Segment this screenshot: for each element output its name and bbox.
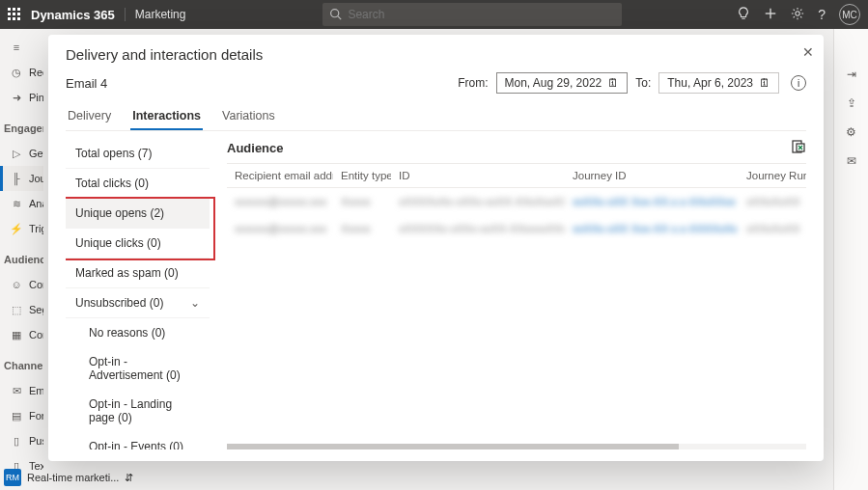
nav-contacts[interactable]: ☺Con <box>0 272 43 297</box>
avatar[interactable]: MC <box>839 4 860 25</box>
col-id[interactable]: ID <box>391 164 565 188</box>
nav-hamburger[interactable]: ≡ <box>0 35 43 60</box>
metric-marked-spam[interactable]: Marked as spam (0) <box>66 259 210 288</box>
gear-icon[interactable] <box>791 7 804 23</box>
area-switcher[interactable]: RM Real-time marketi... ⇵ <box>4 469 133 486</box>
calendar-icon: 🗓 <box>607 76 619 90</box>
audience-title: Audience <box>227 141 284 155</box>
from-date-value: Mon, Aug 29, 2022 <box>505 76 602 90</box>
search-input[interactable] <box>322 3 622 26</box>
area-badge: RM <box>4 469 21 486</box>
top-bar: Dynamics 365 Marketing ? MC <box>0 0 868 29</box>
col-journey-run[interactable]: Journey Run <box>739 164 806 188</box>
metric-optin-events[interactable]: Opt-in - Events (0) <box>66 432 210 449</box>
app-launcher-icon[interactable] <box>8 8 21 21</box>
audience-panel: Audience Recipient email address Entity … <box>215 139 806 449</box>
nav-journeys[interactable]: ╟Jou <box>0 166 43 191</box>
nav-consent[interactable]: ▦Con <box>0 322 43 347</box>
nav-push[interactable]: ▯Pus <box>0 428 43 453</box>
nav-recent[interactable]: ◷Rec <box>0 60 43 85</box>
rail-export-icon[interactable]: ⇪ <box>847 96 856 110</box>
search-box[interactable] <box>322 3 622 26</box>
calendar-icon: 🗓 <box>759 76 770 90</box>
help-icon[interactable]: ? <box>818 7 826 22</box>
tab-interactions[interactable]: Interactions <box>130 103 203 130</box>
nav-pinned[interactable]: ➜Pin <box>0 85 43 110</box>
metric-unique-opens[interactable]: Unique opens (2) <box>66 199 210 229</box>
nav-get-started[interactable]: ▷Get <box>0 141 43 166</box>
info-icon[interactable]: i <box>791 75 806 91</box>
tab-variations[interactable]: Variations <box>220 103 277 130</box>
col-entity-type[interactable]: Entity type <box>333 164 391 188</box>
rail-mail-icon[interactable]: ✉ <box>847 154 856 168</box>
svg-line-1 <box>338 16 341 19</box>
horizontal-scrollbar[interactable] <box>227 444 806 449</box>
details-modal: ✕ Delivery and interaction details Email… <box>48 35 824 461</box>
col-recipient[interactable]: Recipient email address <box>227 164 333 188</box>
nav-header-channels: Channel <box>0 353 43 378</box>
nav-header-engagement: Engagem <box>0 116 43 141</box>
svg-point-0 <box>331 10 339 17</box>
nav-forms[interactable]: ▤For <box>0 403 43 428</box>
svg-point-5 <box>796 11 799 14</box>
email-name: Email 4 <box>66 76 107 91</box>
modal-title: Delivery and interaction details <box>66 46 806 63</box>
close-button[interactable]: ✕ <box>802 44 814 60</box>
to-date-picker[interactable]: Thu, Apr 6, 2023 🗓 <box>658 72 779 94</box>
brand-text: Dynamics 365 <box>31 8 115 22</box>
nav-analytics[interactable]: ≋Ana <box>0 191 43 216</box>
table-row[interactable]: xxxxxx@xxxxx.xxx Xxxxx xXXXXXx-xXXx-xxXX… <box>227 215 806 242</box>
export-excel-icon[interactable] <box>791 139 806 157</box>
metric-unique-clicks[interactable]: Unique clicks (0) <box>66 229 210 259</box>
metric-total-clicks[interactable]: Total clicks (0) <box>66 169 210 199</box>
metric-unsubscribed[interactable]: Unsubscribed (0)⌄ <box>66 288 210 318</box>
metric-optin-landing[interactable]: Opt-in - Landing page (0) <box>66 390 210 432</box>
col-journey-id[interactable]: Journey ID <box>565 164 739 188</box>
nav-emails[interactable]: ✉Em <box>0 378 43 403</box>
modal-tabs: Delivery Interactions Variations <box>66 103 806 131</box>
chevron-down-icon: ⌄ <box>190 296 200 310</box>
left-nav: ≡ ◷Rec ➜Pin Engagem ▷Get ╟Jou ≋Ana ⚡Trig… <box>0 29 43 490</box>
to-date-value: Thu, Apr 6, 2023 <box>667 76 753 90</box>
from-date-picker[interactable]: Mon, Aug 29, 2022 🗓 <box>496 72 629 94</box>
to-label: To: <box>635 76 651 90</box>
nav-header-audience: Audienc <box>0 247 43 272</box>
nav-triggers[interactable]: ⚡Trig <box>0 216 43 241</box>
area-label: Real-time marketi... <box>27 472 119 483</box>
rail-expand-icon[interactable]: ⇥ <box>847 68 856 81</box>
metric-total-opens[interactable]: Total opens (7) <box>66 139 210 169</box>
nav-segments[interactable]: ⬚Seg <box>0 297 43 322</box>
table-row[interactable]: xxxxxx@xxxxx.xxx Xxxxx xXXXXxXx-xXXx-xxX… <box>227 188 806 216</box>
brand: Dynamics 365 Marketing <box>8 8 185 22</box>
metrics-list: Total opens (7) Total clicks (0) Unique … <box>66 139 215 449</box>
plus-icon[interactable] <box>764 7 777 23</box>
from-label: From: <box>458 76 488 90</box>
lightbulb-icon[interactable] <box>737 7 750 23</box>
audience-table: Recipient email address Entity type ID J… <box>227 163 806 242</box>
metric-optin-ad[interactable]: Opt-in - Advertisement (0) <box>66 347 210 390</box>
tab-delivery[interactable]: Delivery <box>66 103 113 130</box>
chevron-updown-icon: ⇵ <box>125 472 133 484</box>
app-name: Marketing <box>125 8 186 21</box>
right-rail: ⇥ ⇪ ⚙ ✉ <box>833 29 868 490</box>
rail-gear-icon[interactable]: ⚙ <box>846 125 856 139</box>
search-icon <box>329 8 342 23</box>
metric-no-reasons[interactable]: No reasons (0) <box>66 318 210 347</box>
